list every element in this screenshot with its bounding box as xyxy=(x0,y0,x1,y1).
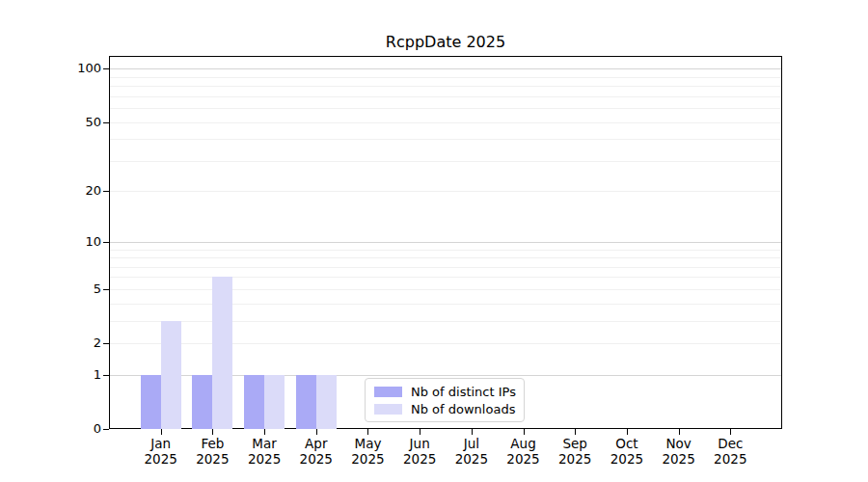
chart-title: RcppDate 2025 xyxy=(109,33,782,51)
gridline-minor xyxy=(110,250,781,251)
bar-nb-of-distinct-ips-feb xyxy=(192,375,212,429)
gridline-minor xyxy=(110,343,781,344)
gridline-minor xyxy=(110,96,781,97)
download-stats-chart: RcppDate 2025 Nb of distinct IPsNb of do… xyxy=(0,0,868,482)
y-axis-tick xyxy=(103,343,109,344)
bar-nb-of-distinct-ips-apr xyxy=(296,375,316,429)
y-axis-tick xyxy=(103,191,109,192)
y-tick-label: 10 xyxy=(0,234,101,250)
x-axis-tick xyxy=(730,429,731,435)
y-axis-tick xyxy=(103,242,109,243)
gridline-minor xyxy=(110,321,781,322)
x-axis-tick xyxy=(316,429,317,435)
legend: Nb of distinct IPsNb of downloads xyxy=(365,378,525,422)
gridline-minor xyxy=(110,277,781,278)
y-axis-tick xyxy=(103,289,109,290)
bar-nb-of-downloads-apr xyxy=(316,375,337,429)
gridline-minor xyxy=(110,191,781,192)
y-tick-label: 5 xyxy=(0,281,101,297)
legend-item: Nb of downloads xyxy=(374,402,515,416)
gridline-minor xyxy=(110,108,781,109)
x-axis-tick xyxy=(264,429,265,435)
x-axis-tick xyxy=(524,429,525,435)
legend-label-nb-of-distinct-ips: Nb of distinct IPs xyxy=(411,385,516,399)
x-axis-tick xyxy=(575,429,576,435)
gridline-minor xyxy=(110,77,781,78)
gridline-major xyxy=(110,68,781,69)
bar-nb-of-downloads-feb xyxy=(212,277,232,429)
gridline-minor xyxy=(110,86,781,87)
gridline-minor xyxy=(110,289,781,290)
bar-nb-of-distinct-ips-mar xyxy=(244,375,264,429)
legend-label-nb-of-downloads: Nb of downloads xyxy=(411,402,515,416)
legend-swatch-nb-of-downloads xyxy=(374,404,402,415)
gridline-major xyxy=(110,242,781,243)
bar-nb-of-downloads-jan xyxy=(161,321,181,429)
legend-item: Nb of distinct IPs xyxy=(374,385,515,399)
gridline-minor xyxy=(110,122,781,123)
y-axis-tick xyxy=(103,68,109,69)
x-axis-tick xyxy=(420,429,420,435)
x-axis-tick xyxy=(367,429,368,435)
y-tick-label: 2 xyxy=(0,335,101,351)
x-tick-label-dec: Dec2025 xyxy=(699,436,761,467)
y-tick-label: 50 xyxy=(0,115,101,130)
y-axis-tick xyxy=(103,122,109,123)
x-axis-tick xyxy=(212,429,213,435)
y-tick-label: 20 xyxy=(0,183,101,199)
y-axis-tick xyxy=(103,375,109,376)
x-axis-tick xyxy=(679,429,680,435)
bar-nb-of-downloads-mar xyxy=(264,375,285,429)
bar-nb-of-distinct-ips-jan xyxy=(141,375,161,429)
gridline-minor xyxy=(110,161,781,162)
x-axis-tick xyxy=(472,429,473,435)
legend-swatch-nb-of-distinct-ips xyxy=(374,387,402,397)
gridline-minor xyxy=(110,267,781,268)
x-tick-month: Dec xyxy=(699,436,761,451)
gridline-minor xyxy=(110,139,781,140)
x-axis-tick xyxy=(161,429,162,435)
x-tick-year: 2025 xyxy=(699,451,761,467)
y-tick-label: 1 xyxy=(0,367,101,383)
y-tick-label: 100 xyxy=(0,61,101,76)
plot-area xyxy=(109,56,782,429)
x-axis-tick xyxy=(627,429,628,435)
y-tick-label: 0 xyxy=(0,421,101,437)
y-axis-tick xyxy=(103,429,109,430)
gridline-minor xyxy=(110,304,781,305)
gridline-minor xyxy=(110,257,781,258)
